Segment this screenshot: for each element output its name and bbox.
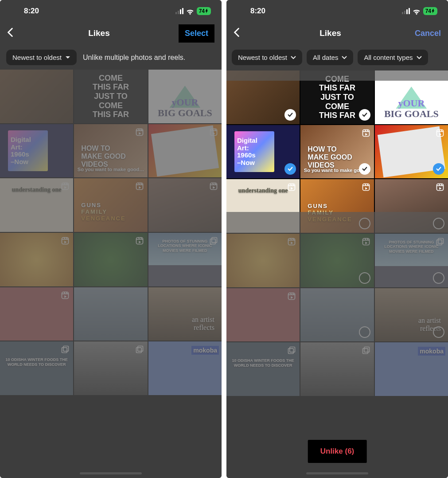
grid-tile[interactable] [148,178,222,232]
page-title: Likes [19,28,179,38]
back-button[interactable] [7,27,19,39]
reel-icon [436,129,444,137]
grid-tile[interactable]: HOW TOMAKE GOODVIDEOSSo you want to make… [74,124,147,178]
svg-rect-21 [438,239,444,244]
grid-tile[interactable] [300,288,374,342]
grid-tile[interactable] [0,70,73,123]
selected-check-icon [359,109,370,121]
selected-check-icon [284,109,296,121]
reel-icon [362,237,370,246]
reel-icon [436,183,444,192]
cellular-icon [175,8,183,14]
grid-tile[interactable]: yOURBIG GOALS [375,71,448,124]
grid-tile[interactable] [74,233,147,286]
grid-tile[interactable]: DigitalArt:1960s–Now [0,124,73,178]
grid-tile[interactable] [375,179,448,233]
svg-rect-27 [362,349,368,354]
grid-tile[interactable]: PHOTOS OF STUNNING LOCATIONS WHERE ICONI… [148,233,222,286]
filter-row: Newest to oldest All dates All content t… [226,44,448,71]
grid-tile[interactable] [0,233,73,286]
status-bar: 8:20 74 [226,0,448,22]
grid-tile[interactable]: yOURBIG GOALS [148,70,222,123]
grid-tile[interactable] [226,71,300,124]
select-button[interactable]: Select [179,24,214,43]
grid-tile[interactable]: an artistreflects [375,288,448,342]
svg-rect-25 [288,349,294,354]
svg-rect-6 [136,238,143,244]
grid-tile[interactable]: understanding one [0,178,73,232]
grid-tile[interactable] [74,341,147,395]
dates-chip[interactable]: All dates [307,50,354,65]
app-header: Likes Select [0,22,222,44]
carousel-icon [61,345,70,354]
cancel-button[interactable]: Cancel [415,29,441,38]
svg-rect-20 [362,239,369,245]
grid-tile[interactable]: understanding one [226,179,300,233]
back-button[interactable] [234,27,246,39]
svg-rect-10 [63,346,69,352]
liked-grid: COMETHIS FARJUST TOCOMETHIS FARyOURBIG G… [226,71,448,396]
grid-tile[interactable]: 10 ODISHA WINTER FOODS THE WORLD NEEDS T… [226,342,300,396]
reel-icon [135,182,144,191]
grid-tile[interactable]: PHOTOS OF STUNNING LOCATIONS WHERE ICONI… [375,234,448,287]
content-types-chip[interactable]: All content types [358,50,428,65]
grid-tile[interactable]: DigitalArt:1960s–Now [226,125,300,179]
svg-rect-15 [436,129,443,136]
reel-icon [61,236,70,245]
svg-rect-24 [290,347,295,353]
battery-indicator: 74 [423,7,437,15]
grid-tile[interactable] [226,234,300,287]
cellular-icon [402,8,410,14]
svg-rect-18 [436,184,443,191]
grid-tile[interactable] [300,234,374,287]
liked-grid: COMETHIS FARJUST TOCOMETHIS FARyOURBIG G… [0,70,222,395]
selection-ring-icon [433,272,444,284]
battery-indicator: 74 [197,7,211,15]
grid-tile[interactable] [0,287,73,341]
home-indicator [306,472,368,474]
svg-rect-26 [364,347,369,353]
grid-tile[interactable]: COMETHIS FARJUST TOCOMETHIS FAR [300,71,374,124]
status-time: 8:20 [250,7,265,16]
carousel-icon [436,237,444,246]
svg-rect-3 [136,183,143,190]
svg-rect-17 [362,184,369,191]
svg-rect-19 [288,239,295,245]
selection-ring-icon [359,272,370,284]
filter-and-tooltip-row: Newest to oldest Unlike multiple photos … [0,44,222,70]
grid-tile[interactable] [375,125,448,179]
unlike-button[interactable]: Unlike (6) [308,440,367,463]
wifi-icon [186,8,194,14]
grid-tile[interactable] [300,342,374,396]
wifi-icon [413,8,421,14]
screenshot-left: 8:20 74 Likes Select Newest to oldest Un… [0,0,222,478]
grid-tile[interactable]: HOW TOMAKE GOODVIDEOSSo you want to make… [300,125,374,179]
reel-icon [362,183,370,192]
carousel-icon [209,236,218,245]
reel-icon [61,182,70,191]
svg-rect-1 [210,129,217,135]
svg-rect-22 [436,240,442,245]
grid-tile[interactable]: COMETHIS FARJUST TOCOMETHIS FAR [74,70,147,123]
reel-icon [287,183,296,192]
sort-chip[interactable]: Newest to oldest [232,50,302,65]
grid-tile[interactable]: GUNSFAMILYVENGEANCE [74,178,147,232]
grid-tile[interactable]: mokoba [148,341,222,395]
reel-icon [61,291,70,300]
selection-ring-icon [433,218,444,229]
grid-tile[interactable] [226,288,300,342]
svg-rect-23 [288,293,295,299]
grid-tile[interactable]: GUNSFAMILYVENGEANCE [300,179,374,233]
grid-tile[interactable]: 10 ODISHA WINTER FOODS THE WORLD NEEDS T… [0,341,73,395]
status-time: 8:20 [24,7,39,16]
carousel-icon [135,345,144,354]
grid-tile[interactable] [148,124,222,178]
selection-ring-icon [359,326,370,338]
grid-tile[interactable]: an artistreflects [148,287,222,341]
tooltip-text: Unlike multiple photos and reels. [83,54,215,62]
svg-rect-4 [210,183,217,190]
grid-tile[interactable]: mokoba [375,342,448,396]
grid-tile[interactable] [74,287,147,341]
sort-chip[interactable]: Newest to oldest [6,50,77,65]
reel-icon [209,182,218,191]
